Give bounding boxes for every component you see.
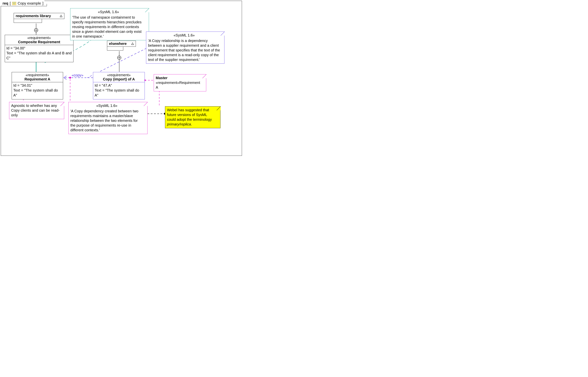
svg-rect-22	[14, 2, 15, 3]
req-name: Composite Requirement	[6, 40, 72, 44]
note-body-italic: primary/replica	[167, 122, 191, 126]
copy-relationship-label: «copy»	[72, 73, 83, 77]
note-body-post: .	[191, 122, 192, 126]
svg-marker-26	[60, 15, 62, 17]
req-name: Copy (import) of A	[95, 77, 143, 81]
requirement-copy-of-a: «requirement» Copy (import) of A Id = "4…	[93, 72, 145, 99]
stereo: «requirement»	[13, 73, 61, 77]
req-text: Text = "The system shall do A"	[95, 88, 143, 98]
svg-marker-27	[131, 43, 134, 45]
note-stereo: «SysML 1.6»	[72, 10, 145, 14]
req-name: Requirement A	[13, 77, 61, 81]
note-stereo: «SysML 1.6»	[70, 103, 143, 108]
req-id: Id = "34.00"	[6, 46, 72, 51]
frame-title: Copy example	[18, 1, 41, 5]
note-master: Master «requirement»Requirement A	[154, 74, 206, 91]
note-agnostic: Agnostic to whether has any Copy clients…	[9, 102, 64, 119]
note-webel-suggestion: Webel has suggested that future versions…	[165, 106, 220, 128]
note-body: 'A Copy relationship is a dependency bet…	[148, 38, 220, 62]
req-id: Id = "34.01"	[13, 83, 61, 88]
svg-point-1	[34, 28, 38, 32]
req-text: Text = "The system shall do A"	[13, 88, 61, 98]
note-stereo: «SysML 1.6»	[148, 33, 220, 37]
requirement-a: «requirement» Requirement A Id = "34.01"…	[12, 72, 63, 99]
diagram-icon	[12, 2, 16, 5]
svg-point-9	[117, 56, 121, 59]
frame-kind: req	[2, 1, 8, 5]
frame-bracket-close: ]	[43, 1, 44, 5]
req-text: Text = "The system shall do A and B and …	[6, 51, 72, 60]
frame-bracket-open: [	[10, 1, 11, 5]
requirement-composite: «requirement» Composite Requirement Id =…	[5, 35, 73, 62]
package-lib-name: requirements library	[16, 14, 51, 18]
frame-tab: req [ Copy example ]	[1, 1, 47, 6]
svg-point-17	[69, 77, 71, 79]
diagram-frame: req [ Copy example ] requirements librar…	[1, 1, 242, 156]
note-body: 'A Copy dependency created between two r…	[70, 109, 143, 132]
triangle-icon	[60, 15, 62, 17]
note-body: 'The use of namespace containment to spe…	[72, 15, 145, 39]
note-master-title: Master	[156, 76, 167, 80]
note-copy-definition: «SysML 1.6» 'A Copy relationship is a de…	[146, 32, 224, 64]
package-elsewhere-name: elsewhere	[109, 42, 127, 46]
req-id: Id = "47.A"	[95, 83, 143, 88]
note-body-pre: Webel has suggested that future versions…	[167, 108, 212, 121]
stereo: «requirement»	[6, 36, 72, 40]
note-namespace-containment: «SysML 1.6» 'The use of namespace contai…	[70, 8, 149, 40]
note-master-slave: «SysML 1.6» 'A Copy dependency created b…	[68, 102, 148, 134]
note-master-stereo: «requirement»	[156, 81, 179, 85]
package-elsewhere: elsewhere	[107, 41, 136, 50]
svg-rect-21	[13, 2, 14, 3]
note-body: Agnostic to whether has any Copy clients…	[11, 103, 60, 118]
svg-rect-23	[13, 4, 15, 4]
triangle-icon	[131, 43, 134, 45]
package-requirements-library: requirements library	[14, 13, 64, 23]
stereo: «requirement»	[95, 73, 143, 77]
